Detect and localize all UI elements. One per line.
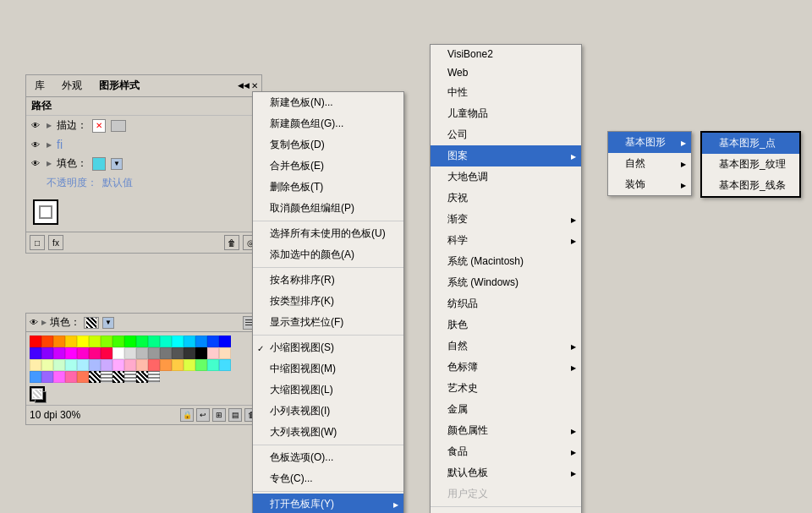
- list-btn[interactable]: ▤: [228, 408, 242, 422]
- swatch-item[interactable]: [124, 347, 136, 359]
- swatch-item[interactable]: [89, 347, 101, 359]
- menu-basic-shape-texture[interactable]: 基本图形_纹理: [702, 154, 799, 175]
- menu-new-color-group[interactable]: 新建颜色组(G)...: [253, 113, 403, 134]
- swatch-item[interactable]: [30, 336, 41, 347]
- undo-btn[interactable]: ↩: [196, 408, 210, 422]
- menu-open-swatch-library[interactable]: 打开色板库(Y): [253, 494, 403, 513]
- swatch-item[interactable]: [112, 359, 124, 371]
- menu-color-properties[interactable]: 颜色属性: [431, 420, 581, 441]
- delete-btn[interactable]: 🗑: [224, 235, 239, 250]
- menu-swatch-options[interactable]: 色板选项(O)...: [253, 447, 403, 468]
- swatch-pattern[interactable]: [101, 371, 112, 383]
- menu-neutral[interactable]: 中性: [431, 82, 581, 103]
- tab-graphic-styles[interactable]: 图形样式: [94, 77, 145, 95]
- swatch-item[interactable]: [53, 347, 65, 359]
- swatch-item[interactable]: [160, 359, 172, 371]
- menu-kids[interactable]: 儿童物品: [431, 103, 581, 124]
- expand-fi[interactable]: ▶: [47, 141, 52, 149]
- swatch-item[interactable]: [219, 347, 231, 359]
- swatch-item[interactable]: [160, 336, 172, 347]
- stroke-color[interactable]: ✕: [92, 119, 106, 133]
- menu-default-swatch[interactable]: 默认色板: [431, 462, 581, 483]
- swatch-item[interactable]: [172, 347, 184, 359]
- swatch-item[interactable]: [172, 336, 184, 347]
- menu-sort-name[interactable]: 按名称排序(R): [253, 270, 403, 291]
- swatch-pattern[interactable]: [89, 371, 101, 383]
- menu-add-selected[interactable]: 添加选中的颜色(A): [253, 244, 403, 265]
- swatch-item[interactable]: [53, 336, 65, 347]
- panel-collapse-icon[interactable]: ◀◀: [238, 81, 250, 90]
- menu-mac-system[interactable]: 系统 (Macintosh): [431, 251, 581, 272]
- swatch-item[interactable]: [77, 347, 89, 359]
- fill-dropdown2[interactable]: ▼: [102, 317, 114, 329]
- menu-new-swatch[interactable]: 新建色板(N)...: [253, 92, 403, 113]
- menu-other-library[interactable]: 其它库(O)...: [431, 509, 581, 513]
- swatch-pattern[interactable]: [124, 371, 136, 383]
- menu-decoration[interactable]: 装饰: [608, 174, 691, 195]
- swatch-item[interactable]: [136, 359, 148, 371]
- eye-icon-fi[interactable]: 👁: [30, 139, 41, 150]
- eye-icon-fill2[interactable]: 👁: [30, 318, 38, 327]
- menu-food[interactable]: 食品: [431, 441, 581, 462]
- swatch-item[interactable]: [30, 371, 41, 383]
- eye-icon-stroke[interactable]: 👁: [30, 120, 41, 132]
- menu-small-list[interactable]: 小列表视图(I): [253, 401, 403, 422]
- swatch-item[interactable]: [195, 359, 207, 371]
- swatch-item[interactable]: [136, 336, 148, 347]
- swatch-item[interactable]: [89, 359, 101, 371]
- panel-close-icon[interactable]: ✕: [251, 81, 258, 90]
- fill-dropdown[interactable]: ▼: [111, 158, 123, 170]
- swatch-pattern[interactable]: [112, 371, 124, 383]
- swatch-item[interactable]: [89, 336, 101, 347]
- lock-btn[interactable]: 🔒: [180, 408, 194, 422]
- menu-win-system[interactable]: 系统 (Windows): [431, 272, 581, 293]
- swatch-item[interactable]: [207, 359, 219, 371]
- swatch-item[interactable]: [207, 336, 219, 347]
- menu-earth-tones[interactable]: 大地色调: [431, 166, 581, 188]
- menu-color-swatch[interactable]: 色标簿: [431, 357, 581, 378]
- swatch-item[interactable]: [124, 336, 136, 347]
- swatch-item[interactable]: [195, 336, 207, 347]
- swatch-item[interactable]: [41, 336, 53, 347]
- menu-spot-color[interactable]: 专色(C)...: [253, 468, 403, 489]
- swatch-item[interactable]: [207, 347, 219, 359]
- menu-textile[interactable]: 纺织品: [431, 293, 581, 314]
- swatch-item[interactable]: [124, 359, 136, 371]
- swatch-item[interactable]: [53, 371, 65, 383]
- swatch-item[interactable]: [184, 336, 195, 347]
- swatch-item[interactable]: [160, 347, 172, 359]
- swatch-item[interactable]: [172, 359, 184, 371]
- tab-appearance[interactable]: 外观: [57, 77, 87, 95]
- menu-gradient[interactable]: 渐变: [431, 209, 581, 230]
- swatch-item[interactable]: [53, 359, 65, 371]
- swatch-item[interactable]: [184, 347, 195, 359]
- tab-library[interactable]: 库: [30, 77, 50, 95]
- swatch-item[interactable]: [148, 347, 160, 359]
- menu-merge-swatch[interactable]: 合并色板(E): [253, 156, 403, 177]
- menu-visibone2[interactable]: VisiBone2: [431, 45, 581, 63]
- menu-art-history[interactable]: 艺术史: [431, 378, 581, 399]
- expand-fill[interactable]: ▶: [47, 160, 52, 167]
- swatch-item[interactable]: [101, 336, 112, 347]
- menu-basic-shape[interactable]: 基本图形: [608, 132, 691, 153]
- swatch-pattern[interactable]: [136, 371, 148, 383]
- menu-company[interactable]: 公司: [431, 124, 581, 145]
- fg-bg-swatches[interactable]: [30, 386, 45, 401]
- swatch-item[interactable]: [184, 359, 195, 371]
- fill-color[interactable]: [92, 157, 106, 171]
- swatch-pattern[interactable]: [148, 371, 160, 383]
- swatch-item[interactable]: [65, 336, 77, 347]
- swatch-item[interactable]: [41, 359, 53, 371]
- swatch-item[interactable]: [65, 347, 77, 359]
- menu-medium-thumb[interactable]: 中缩图视图(M): [253, 358, 403, 379]
- menu-ungroup[interactable]: 取消颜色组编组(P): [253, 198, 403, 219]
- expand-stroke[interactable]: ▶: [47, 122, 52, 129]
- swatch-item[interactable]: [30, 347, 41, 359]
- swatch-item[interactable]: [65, 359, 77, 371]
- grid-btn[interactable]: ⊞: [212, 408, 226, 422]
- swatch-item[interactable]: [41, 371, 53, 383]
- swatch-item[interactable]: [195, 347, 207, 359]
- swatch-item[interactable]: [219, 359, 231, 371]
- opacity-value[interactable]: 默认值: [102, 176, 133, 190]
- menu-select-unused[interactable]: 选择所有未使用的色板(U): [253, 223, 403, 244]
